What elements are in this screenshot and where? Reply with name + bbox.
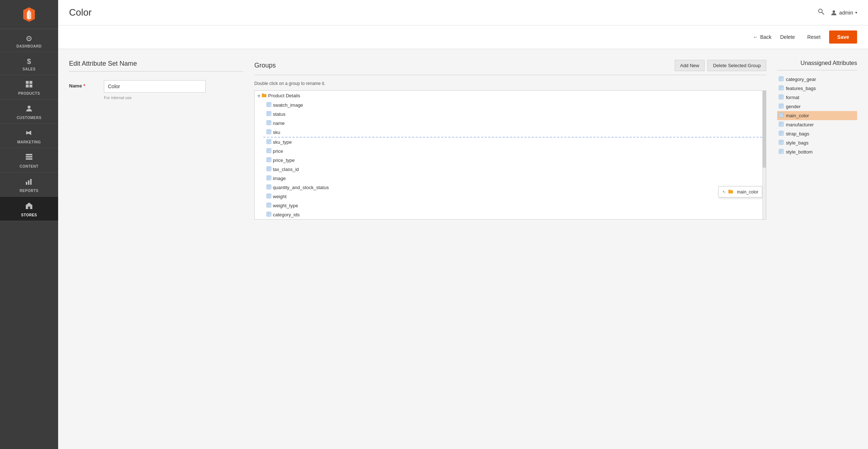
- tree-item[interactable]: swatch_image: [263, 101, 766, 110]
- back-arrow-icon: ←: [753, 34, 758, 40]
- attribute-tree[interactable]: ▿ Product Details swatch_image status: [254, 90, 766, 220]
- tree-item-label: image: [273, 176, 286, 181]
- tree-item-icon: [266, 102, 271, 108]
- attr-name-label: format: [786, 95, 799, 100]
- save-button[interactable]: Save: [829, 30, 857, 44]
- back-button[interactable]: ← Back: [753, 34, 771, 40]
- groups-title: Groups: [254, 62, 276, 69]
- sidebar-item-label: MARKETING: [17, 140, 41, 144]
- scrollbar-thumb[interactable]: [763, 91, 766, 168]
- attr-icon: [779, 149, 784, 155]
- marketing-icon: [25, 129, 33, 139]
- scrollbar-track[interactable]: [762, 91, 766, 219]
- tree-item-label: swatch_image: [273, 102, 303, 108]
- stores-icon: [25, 202, 33, 212]
- tree-item[interactable]: price: [263, 147, 766, 156]
- unassigned-attr-item[interactable]: features_bags: [777, 84, 857, 93]
- reset-button[interactable]: Reset: [804, 32, 824, 42]
- main-content: Color admin ▾ ← Back Delete Reset Save E…: [58, 0, 868, 449]
- tree-item-label: quantity_and_stock_status: [273, 185, 329, 190]
- svg-rect-12: [26, 158, 32, 160]
- sidebar-item-label: REPORTS: [20, 189, 39, 193]
- tree-item-icon: [266, 193, 271, 200]
- folder-icon: [262, 93, 267, 99]
- content-icon: [25, 153, 33, 163]
- collapse-icon: ▿: [258, 93, 260, 99]
- unassigned-attributes-list: category_gear features_bags format gende…: [777, 75, 857, 156]
- sidebar-item-reports[interactable]: REPORTS: [0, 172, 58, 197]
- attr-icon: [779, 103, 784, 110]
- sidebar-item-stores[interactable]: STORES: [0, 197, 58, 221]
- attr-icon: [779, 94, 784, 101]
- tree-item-label: status: [273, 111, 286, 117]
- unassigned-title: Unassigned Attributes: [777, 60, 857, 70]
- sales-icon: $: [27, 57, 31, 66]
- groups-hint: Double click on a group to rename it.: [254, 81, 766, 86]
- tree-item-icon: [266, 175, 271, 181]
- attr-name-label: gender: [786, 104, 800, 109]
- svg-marker-9: [28, 131, 31, 135]
- delete-selected-group-button[interactable]: Delete Selected Group: [707, 60, 766, 71]
- unassigned-attr-item[interactable]: main_color: [777, 111, 857, 120]
- sidebar-item-marketing[interactable]: MARKETING: [0, 124, 58, 148]
- attr-icon: [779, 113, 784, 119]
- unassigned-attr-item[interactable]: gender: [777, 102, 857, 111]
- tree-item[interactable]: price_type: [263, 156, 766, 165]
- user-menu[interactable]: admin ▾: [831, 9, 857, 16]
- svg-rect-4: [29, 81, 32, 84]
- tree-item[interactable]: sku_type: [263, 138, 766, 147]
- attr-icon: [779, 85, 784, 91]
- drag-arrow-icon: ↖: [722, 189, 726, 195]
- tree-item[interactable]: category_ids: [263, 210, 766, 219]
- tree-item[interactable]: weight_type: [263, 201, 766, 210]
- sidebar: ⊙ DASHBOARD $ SALES PRODUCTS CUSTOMERS M…: [0, 0, 58, 449]
- tree-item-label: sku: [273, 130, 280, 135]
- sidebar-item-content[interactable]: CONTENT: [0, 148, 58, 172]
- svg-marker-8: [26, 131, 28, 135]
- user-label: admin: [839, 10, 853, 16]
- add-new-group-button[interactable]: Add New: [675, 60, 705, 71]
- attr-name-label: style_bottom: [786, 149, 813, 155]
- tree-item[interactable]: name: [263, 119, 766, 128]
- tree-item[interactable]: sku: [263, 128, 766, 138]
- tree-item[interactable]: status: [263, 110, 766, 119]
- tree-group-product-details[interactable]: ▿ Product Details: [255, 91, 766, 101]
- unassigned-attr-item[interactable]: strap_bags: [777, 129, 857, 138]
- tree-item-label: weight: [273, 194, 287, 199]
- name-input[interactable]: [104, 80, 206, 93]
- tree-item[interactable]: image: [263, 174, 766, 183]
- name-field-row: Name *: [69, 80, 243, 93]
- unassigned-attr-item[interactable]: format: [777, 93, 857, 102]
- tree-item-icon: [266, 184, 271, 191]
- content-area: Edit Attribute Set Name Name * For inter…: [58, 49, 868, 449]
- unassigned-attr-item[interactable]: style_bottom: [777, 147, 857, 156]
- tree-item-label: category_ids: [273, 212, 300, 217]
- sidebar-item-dashboard[interactable]: ⊙ DASHBOARD: [0, 29, 58, 52]
- sidebar-item-sales[interactable]: $ SALES: [0, 52, 58, 75]
- tree-item[interactable]: weight: [263, 192, 766, 201]
- sidebar-item-customers[interactable]: CUSTOMERS: [0, 99, 58, 124]
- unassigned-attr-item[interactable]: manufacturer: [777, 120, 857, 129]
- delete-button[interactable]: Delete: [776, 32, 798, 42]
- tree-item-label: price_type: [273, 158, 295, 163]
- reports-icon: [25, 177, 33, 187]
- user-dropdown-icon: ▾: [855, 11, 857, 15]
- tree-item[interactable]: tax_class_id: [263, 165, 766, 174]
- attr-name-label: strap_bags: [786, 131, 809, 136]
- sidebar-logo: [0, 0, 58, 29]
- sidebar-item-products[interactable]: PRODUCTS: [0, 75, 58, 99]
- tree-item[interactable]: quantity_and_stock_status: [263, 183, 766, 192]
- edit-attribute-panel: Edit Attribute Set Name Name * For inter…: [69, 60, 243, 438]
- svg-point-19: [819, 9, 822, 13]
- edit-panel-title: Edit Attribute Set Name: [69, 60, 243, 72]
- unassigned-attr-item[interactable]: style_bags: [777, 138, 857, 147]
- attr-icon: [779, 131, 784, 137]
- unassigned-attr-item[interactable]: category_gear: [777, 75, 857, 84]
- page-header: Color admin ▾: [58, 0, 868, 25]
- tree-item-icon: [266, 203, 271, 209]
- search-icon[interactable]: [817, 8, 825, 17]
- name-label: Name *: [69, 80, 98, 89]
- tree-item-icon: [266, 157, 271, 163]
- tree-item-label: name: [273, 121, 285, 126]
- name-hint: For internal use: [104, 95, 243, 100]
